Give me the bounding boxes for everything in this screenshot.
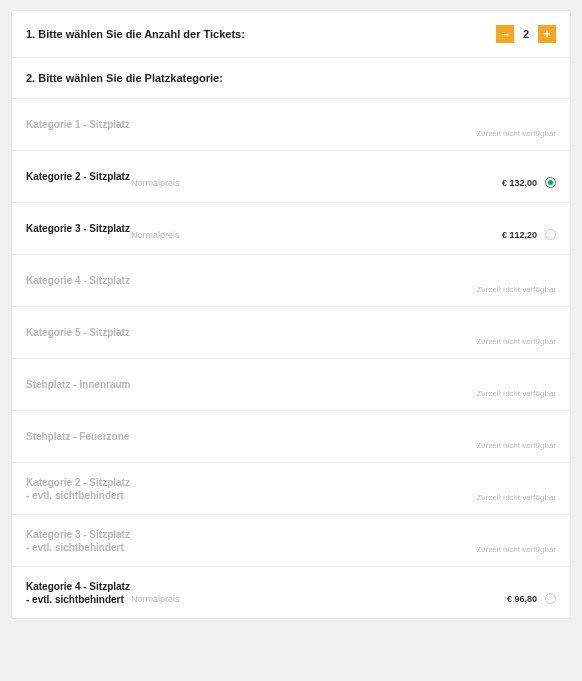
category-row: Kategorie 2 - Sitzplatz - evtl. sichtbeh…	[12, 462, 570, 514]
decrement-button[interactable]: –	[496, 25, 514, 43]
category-name: Kategorie 3 - Sitzplatz	[26, 222, 131, 235]
quantity-stepper: – 2 +	[496, 25, 556, 43]
category-name: Kategorie 2 - Sitzplatz	[26, 170, 131, 183]
price-type-label: Normalpreis	[131, 166, 502, 188]
category-row[interactable]: Kategorie 2 - SitzplatzNormalpreis€ 132,…	[12, 150, 570, 202]
step1-label: 1. Bitte wählen Sie die Anzahl der Ticke…	[26, 28, 245, 40]
unavailable-label: Zurzeit nicht verfügbar	[131, 493, 556, 504]
unavailable-label: Zurzeit nicht verfügbar	[131, 441, 556, 452]
unavailable-label: Zurzeit nicht verfügbar	[131, 545, 556, 556]
radio-button[interactable]	[545, 229, 556, 240]
increment-button[interactable]: +	[538, 25, 556, 43]
ticket-selector: 1. Bitte wählen Sie die Anzahl der Ticke…	[11, 10, 571, 619]
price-type-label: Normalpreis	[131, 218, 502, 240]
unavailable-label: Zurzeit nicht verfügbar	[131, 389, 556, 400]
category-row: Stehplatz - FeuerzoneZurzeit nicht verfü…	[12, 410, 570, 462]
step1-header: 1. Bitte wählen Sie die Anzahl der Ticke…	[12, 11, 570, 57]
category-row: Kategorie 4 - SitzplatzZurzeit nicht ver…	[12, 254, 570, 306]
price-value: € 96,80	[507, 582, 537, 604]
unavailable-label: Zurzeit nicht verfügbar	[131, 129, 556, 140]
unavailable-label: Zurzeit nicht verfügbar	[131, 285, 556, 296]
category-row: Kategorie 5 - SitzplatzZurzeit nicht ver…	[12, 306, 570, 358]
category-row[interactable]: Kategorie 4 - Sitzplatz - evtl. sichtbeh…	[12, 566, 570, 618]
unavailable-label: Zurzeit nicht verfügbar	[131, 337, 556, 348]
radio-button[interactable]	[545, 177, 556, 188]
category-name: Kategorie 4 - Sitzplatz	[26, 274, 131, 287]
category-name: Kategorie 4 - Sitzplatz - evtl. sichtbeh…	[26, 580, 131, 606]
category-name: Kategorie 5 - Sitzplatz	[26, 326, 131, 339]
category-name: Stehplatz - Feuerzone	[26, 430, 131, 443]
radio-button[interactable]	[545, 593, 556, 604]
price-value: € 112,20	[502, 218, 537, 240]
category-row: Kategorie 1 - SitzplatzZurzeit nicht ver…	[12, 98, 570, 150]
quantity-value: 2	[514, 28, 538, 40]
price-value: € 132,00	[502, 166, 537, 188]
category-name: Kategorie 3 - Sitzplatz - evtl. sichtbeh…	[26, 528, 131, 554]
category-row: Stehplatz - InnenraumZurzeit nicht verfü…	[12, 358, 570, 410]
step2-header: 2. Bitte wählen Sie die Platzkategorie:	[12, 57, 570, 98]
price-type-label: Normalpreis	[131, 582, 507, 604]
category-name: Stehplatz - Innenraum	[26, 378, 131, 391]
category-name: Kategorie 1 - Sitzplatz	[26, 118, 131, 131]
step2-label: 2. Bitte wählen Sie die Platzkategorie:	[26, 72, 223, 84]
category-name: Kategorie 2 - Sitzplatz - evtl. sichtbeh…	[26, 476, 131, 502]
category-row[interactable]: Kategorie 3 - SitzplatzNormalpreis€ 112,…	[12, 202, 570, 254]
category-row: Kategorie 3 - Sitzplatz - evtl. sichtbeh…	[12, 514, 570, 566]
